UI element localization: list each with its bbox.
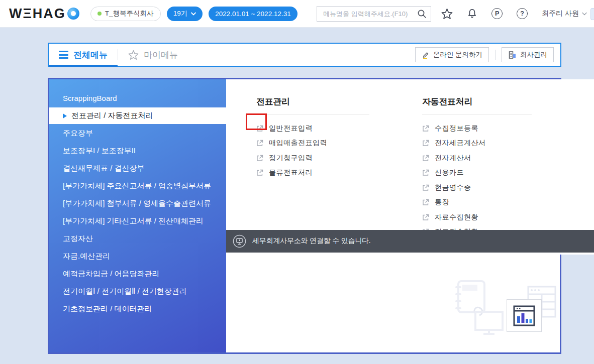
menu-link-label: 전자세금계산서 xyxy=(435,139,486,148)
monitor-illustration-icon xyxy=(473,310,505,335)
sidebar-item-label: 주요장부 xyxy=(63,129,93,138)
external-link-icon xyxy=(256,169,263,176)
section-title: 전표관리 xyxy=(256,96,369,114)
sidebar-item[interactable]: 전표관리 / 자동전표처리 xyxy=(49,107,230,124)
tabbar-actions: 온라인 문의하기 회사관리 xyxy=(415,47,560,62)
hamburger-icon xyxy=(59,51,68,59)
external-link-icon xyxy=(422,214,429,221)
tab-my-menu[interactable]: 마이메뉴 xyxy=(118,44,188,66)
company-name: T_행복주식회사 xyxy=(105,9,154,18)
company-status-dot xyxy=(97,12,102,16)
header-edge-cutoff xyxy=(590,8,594,20)
menu-link[interactable]: 매입매출전표입력 xyxy=(256,136,369,151)
help-badge-letter: ? xyxy=(517,8,528,19)
menu-link-label: 수집정보등록 xyxy=(435,124,478,133)
menu-link-label: 매입매출전표입력 xyxy=(269,139,327,148)
search-input[interactable] xyxy=(323,10,414,18)
menu-link[interactable]: 현금영수증 xyxy=(422,180,532,195)
building-icon xyxy=(508,51,517,59)
mega-menu-content: 전표관리 일반전표입력 xyxy=(226,79,594,255)
wehago-logo-o-icon xyxy=(67,8,79,20)
tab-all-menu-label: 전체메뉴 xyxy=(73,49,108,61)
sidebar-item[interactable]: ScrappingBoard xyxy=(49,89,226,107)
mega-menu-sidebar: ScrappingBoard 전표관리 / 자동전표처리 주요장부 보조장부I … xyxy=(49,79,226,352)
search-icon[interactable] xyxy=(417,9,427,19)
sidebar-item[interactable]: 예적금차입금 / 어음당좌관리 xyxy=(49,265,226,283)
wehago-app: { "colors": { "accent_blue": "#1e87e8", … xyxy=(0,0,594,364)
point-badge-letter: P xyxy=(491,8,503,19)
bar-chart-window-icon xyxy=(513,305,535,326)
sidebar-item[interactable]: 고정자산 xyxy=(49,230,226,248)
tax-agent-toast: 세무회계사무소와 연결할 수 있습니다. 세무대리 연결하기 xyxy=(226,230,594,253)
date-range-selector[interactable]: 2022.01.01 ~ 2022.12.31 xyxy=(209,7,298,21)
external-link-icon xyxy=(422,140,429,147)
tab-all-menu[interactable]: 전체메뉴 xyxy=(49,44,118,66)
star-icon xyxy=(128,50,139,60)
online-inquiry-button[interactable]: 온라인 문의하기 xyxy=(415,47,489,62)
menu-link-label: 신용카드 xyxy=(435,168,464,177)
menu-link[interactable]: 수집정보등록 xyxy=(422,121,532,136)
wehago-logo[interactable]: WΞHAG xyxy=(9,6,79,22)
sidebar-item-label: 전표관리 / 자동전표처리 xyxy=(71,111,153,120)
external-link-icon xyxy=(422,184,429,191)
sidebar-item-label: 보조장부I / 보조장부II xyxy=(63,146,136,156)
external-link-icon xyxy=(256,155,263,162)
mega-menu-tabbar: 전체메뉴 마이메뉴 온라인 문의하기 회사관리 xyxy=(48,43,561,67)
sidebar-item[interactable]: 주요장부 xyxy=(49,125,226,142)
fiscal-period-selector[interactable]: 19기 xyxy=(167,7,203,21)
chevron-down-icon xyxy=(191,12,196,16)
menu-link-label: 일반전표입력 xyxy=(269,124,313,133)
selected-arrow-icon xyxy=(63,113,67,118)
chart-card-illustration xyxy=(507,299,542,332)
company-mgmt-label: 회사관리 xyxy=(520,50,547,59)
menu-link[interactable]: 일반전표입력 xyxy=(256,121,369,136)
chevron-down-icon xyxy=(582,12,587,16)
menu-link-label: 통장 xyxy=(435,198,449,207)
button-divider xyxy=(495,50,496,60)
point-badge-icon[interactable]: P xyxy=(491,8,503,20)
user-name: 최주리 사원 xyxy=(542,9,579,18)
sidebar-item[interactable]: [부가가치세] 첨부서류 / 영세율수출관련서류 xyxy=(49,195,226,212)
sidebar-item[interactable]: 전기이월Ⅰ / 전기이월Ⅱ / 전기현장관리 xyxy=(49,283,226,300)
user-menu[interactable]: 최주리 사원 xyxy=(542,9,587,18)
sidebar-item-label: ScrappingBoard xyxy=(63,94,117,102)
menu-link[interactable]: 물류전표처리 xyxy=(256,166,369,181)
external-link-icon xyxy=(422,125,429,132)
sidebar-item[interactable]: 기초정보관리 / 데이터관리 xyxy=(49,300,226,318)
sidebar-item-label: 기초정보관리 / 데이터관리 xyxy=(63,304,152,314)
wehago-logo-text: WΞHAG xyxy=(9,6,66,22)
menu-link[interactable]: 전자계산서 xyxy=(422,151,532,166)
sidebar-item-label: [부가가치세] 기타신고서류 / 전산매체관리 xyxy=(63,216,204,226)
external-link-icon xyxy=(422,169,429,176)
favorites-star-icon[interactable] xyxy=(441,8,453,20)
notifications-bell-icon[interactable] xyxy=(466,8,478,20)
menu-link-label: 정기청구입력 xyxy=(269,154,313,163)
sidebar-item[interactable]: [부가가치세] 주요신고서류 / 업종별첨부서류 xyxy=(49,177,226,195)
toast-message: 세무회계사무소와 연결할 수 있습니다. xyxy=(252,236,594,246)
menu-link-label: 현금영수증 xyxy=(435,183,471,192)
company-selector[interactable]: T_행복주식회사 xyxy=(90,7,161,21)
sidebar-item[interactable]: 자금.예산관리 xyxy=(49,248,226,265)
sidebar-item[interactable]: [부가가치세] 기타신고서류 / 전산매체관리 xyxy=(49,212,226,230)
external-link-icon xyxy=(422,199,429,206)
company-mgmt-button[interactable]: 회사관리 xyxy=(502,47,554,62)
sidebar-item-label: 자금.예산관리 xyxy=(63,252,110,261)
menu-link[interactable]: 정기청구입력 xyxy=(256,151,369,166)
section-title: 자동전표처리 xyxy=(422,96,532,114)
external-link-icon xyxy=(422,155,429,162)
menu-link[interactable]: 통장 xyxy=(422,195,532,210)
sidebar-item[interactable]: 보조장부I / 보조장부II xyxy=(49,142,226,160)
menu-link[interactable]: 신용카드 xyxy=(422,166,532,181)
menu-link-label: 물류전표처리 xyxy=(269,168,313,177)
external-link-icon xyxy=(256,125,263,132)
menu-link[interactable]: 전자세금계산서 xyxy=(422,136,532,151)
menu-link-list: 일반전표입력 매입매출전표입력 xyxy=(256,121,369,180)
tab-my-menu-label: 마이메뉴 xyxy=(144,49,178,61)
help-icon[interactable]: ? xyxy=(516,8,528,20)
sidebar-item-label: 결산재무제표 / 결산장부 xyxy=(63,164,145,173)
sidebar-item-label: [부가가치세] 주요신고서류 / 업종별첨부서류 xyxy=(63,181,211,191)
menu-link[interactable]: 자료수집현황 xyxy=(422,210,532,225)
online-inquiry-label: 온라인 문의하기 xyxy=(433,50,482,59)
sidebar-item[interactable]: 결산재무제표 / 결산장부 xyxy=(49,160,226,177)
date-range-label: 2022.01.01 ~ 2022.12.31 xyxy=(215,10,291,18)
